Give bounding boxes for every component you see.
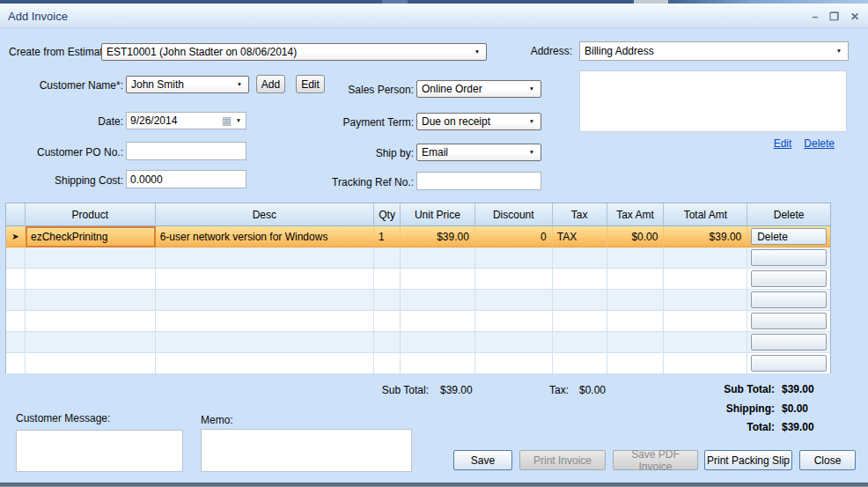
grid-cell[interactable] (553, 353, 607, 374)
grid-header-total-amt[interactable]: Total Amt (664, 203, 747, 226)
cell-tax[interactable]: TAX (553, 226, 607, 247)
address-edit-link[interactable]: Edit (774, 137, 792, 150)
save-button[interactable]: Save (453, 450, 512, 470)
create-from-estimate-dropdown[interactable]: EST10001 (John Stadter on 08/06/2014) ▼ (101, 43, 487, 61)
grid-cell[interactable] (156, 353, 374, 374)
delete-row-button[interactable] (751, 291, 827, 308)
shipping-cost-input[interactable] (126, 170, 246, 188)
grid-cell[interactable] (401, 332, 475, 353)
grid-cell[interactable] (401, 247, 475, 269)
grid-cell[interactable] (156, 247, 374, 269)
grid-header-tax-amt[interactable]: Tax Amt (607, 203, 665, 226)
add-customer-button[interactable]: Add (256, 75, 285, 93)
grid-cell[interactable] (475, 332, 553, 353)
close-button[interactable]: Close (799, 450, 856, 470)
memo-input[interactable] (201, 429, 412, 472)
cell-desc[interactable]: 6-user network version for Windows (156, 226, 374, 247)
address-delete-link[interactable]: Delete (804, 137, 835, 150)
grid-cell[interactable] (156, 269, 374, 290)
cell-product[interactable]: ezCheckPrinitng (26, 226, 156, 247)
grid-cell[interactable] (374, 247, 401, 269)
date-picker[interactable]: 9/26/2014 ▦ ▼ (126, 112, 246, 129)
grid-cell[interactable] (401, 290, 475, 311)
grid-cell[interactable] (553, 311, 607, 332)
grid-header-qty[interactable]: Qty (374, 203, 401, 226)
grid-cell[interactable] (475, 247, 553, 269)
grid-cell[interactable] (664, 353, 747, 374)
row-selector-cell[interactable] (6, 332, 26, 353)
delete-row-button[interactable] (751, 270, 827, 287)
row-selector-cell[interactable] (6, 311, 26, 332)
row-selector-cell[interactable] (6, 247, 26, 269)
row-selector-cell[interactable] (6, 269, 26, 290)
grid-cell[interactable] (607, 247, 665, 269)
grid-cell[interactable] (374, 353, 401, 374)
grid-cell[interactable] (156, 311, 374, 332)
grid-cell[interactable] (475, 290, 553, 311)
grid-cell[interactable] (374, 269, 401, 290)
minimize-icon[interactable]: – (812, 10, 818, 24)
row-selector-cell[interactable]: ➤ (6, 226, 26, 247)
cell-discount[interactable]: 0 (475, 226, 553, 247)
row-selector-cell[interactable] (6, 353, 26, 374)
grid-cell[interactable] (607, 332, 665, 353)
grid-cell[interactable] (664, 247, 747, 269)
customer-po-input[interactable] (126, 142, 246, 160)
grid-cell[interactable] (401, 311, 475, 332)
sales-person-dropdown[interactable]: Online Order ▼ (416, 80, 541, 98)
maximize-icon[interactable]: ❐ (829, 10, 839, 24)
grid-cell[interactable] (475, 353, 553, 374)
grid-cell[interactable] (607, 353, 665, 374)
customer-message-input[interactable] (16, 430, 183, 472)
grid-cell[interactable] (607, 311, 665, 332)
grid-cell[interactable] (26, 332, 156, 353)
grid-cell[interactable] (26, 290, 156, 311)
grid-header-tax[interactable]: Tax (553, 203, 607, 226)
grid-cell[interactable] (401, 269, 475, 290)
delete-row-button[interactable]: Delete (751, 228, 827, 245)
cell-unit-price[interactable]: $39.00 (401, 226, 475, 247)
cell-tax-amt[interactable]: $0.00 (607, 226, 665, 247)
tracking-ref-input[interactable] (416, 172, 541, 190)
grid-cell[interactable] (26, 311, 156, 332)
grid-cell[interactable] (607, 290, 665, 311)
payment-term-dropdown[interactable]: Due on receipt ▼ (416, 113, 541, 130)
grid-cell[interactable] (607, 269, 665, 290)
ship-by-dropdown[interactable]: Email ▼ (416, 144, 541, 161)
print-invoice-button[interactable]: Print Invoice (519, 450, 606, 470)
grid-header-delete[interactable]: Delete (747, 203, 830, 226)
grid-cell[interactable] (553, 290, 607, 311)
grid-cell[interactable] (374, 311, 401, 332)
grid-cell[interactable] (664, 311, 747, 332)
grid-cell[interactable] (401, 353, 475, 374)
address-dropdown[interactable]: Billing Address ▼ (579, 41, 849, 61)
row-selector-cell[interactable] (6, 290, 26, 311)
grid-cell[interactable] (475, 311, 553, 332)
delete-row-button[interactable] (751, 334, 827, 350)
grid-cell[interactable] (664, 269, 747, 290)
grid-cell[interactable] (664, 332, 747, 353)
chevron-down-icon[interactable]: ▼ (236, 117, 241, 123)
grid-cell[interactable] (475, 269, 553, 290)
grid-cell[interactable] (553, 247, 607, 269)
grid-cell[interactable] (374, 332, 401, 353)
delete-row-button[interactable] (751, 355, 827, 372)
grid-cell[interactable] (26, 247, 156, 269)
grid-cell[interactable] (26, 353, 156, 374)
grid-cell[interactable] (156, 290, 374, 311)
delete-row-button[interactable] (751, 249, 827, 266)
grid-cell[interactable] (26, 269, 156, 290)
grid-cell[interactable] (156, 332, 374, 353)
cell-qty[interactable]: 1 (374, 226, 401, 247)
print-packing-slip-button[interactable]: Print Packing Slip (704, 450, 792, 470)
grid-header-unit-price[interactable]: Unit Price (401, 203, 475, 226)
delete-row-button[interactable] (751, 313, 827, 329)
grid-header-product[interactable]: Product (26, 203, 156, 226)
titlebar[interactable]: Add Invoice – ❐ ✕ (0, 4, 868, 28)
grid-header-desc[interactable]: Desc (156, 203, 374, 226)
grid-cell[interactable] (553, 269, 607, 290)
grid-cell[interactable] (553, 332, 607, 353)
save-pdf-invoice-button[interactable]: Save PDF Invoice (613, 450, 698, 470)
cell-total-amt[interactable]: $39.00 (664, 226, 747, 247)
grid-cell[interactable] (664, 290, 747, 311)
